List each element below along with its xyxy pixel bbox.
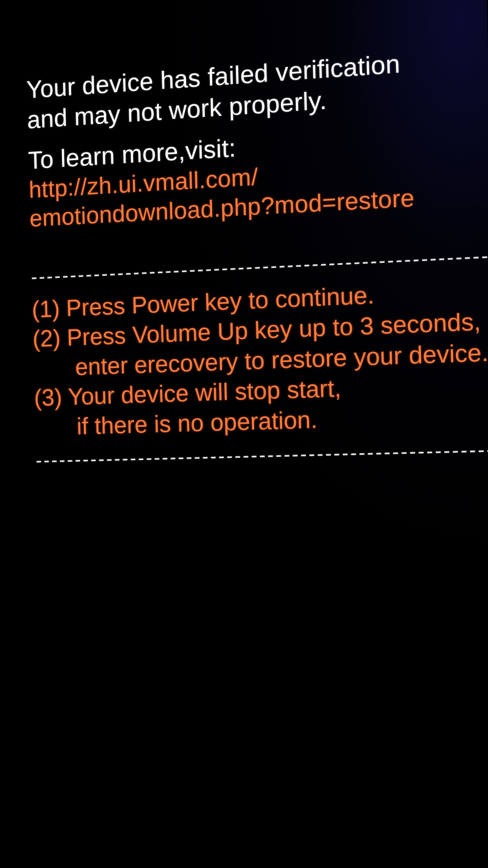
- divider-bottom: ----------------------------------------…: [36, 438, 488, 470]
- bootloader-screen: Your device has failed verification and …: [0, 0, 488, 868]
- instructions-block: (1) Press Power key to continue. (2) Pre…: [32, 274, 488, 442]
- bootloader-content: Your device has failed verification and …: [26, 41, 488, 470]
